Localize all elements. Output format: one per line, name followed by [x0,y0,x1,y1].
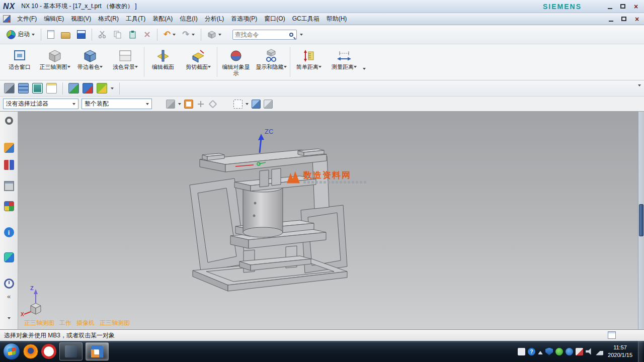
chevron-down-icon[interactable] [246,103,249,107]
chevron-down-icon[interactable] [300,34,303,37]
ribbon-isometric-view[interactable]: 正三轴测图 [37,45,72,78]
selection-filter-dropdown[interactable]: 没有选择过滤器 [3,99,78,109]
collapse-chevron-icon[interactable] [4,293,14,303]
menu-assemblies[interactable]: 装配(A) [149,13,176,25]
volume-icon[interactable] [586,348,593,355]
update-tray-icon[interactable] [576,348,583,355]
antivirus-tray-icon[interactable] [555,348,563,355]
add-snap-button[interactable] [196,100,205,109]
palette-icon[interactable] [4,201,14,211]
security-shield-icon[interactable] [545,348,553,355]
watermark: 数造资料网 [287,171,368,184]
assembly-constraints-button[interactable] [83,83,93,94]
redo-button[interactable]: ↷ [180,29,197,40]
mdi-restore-button[interactable] [619,15,629,23]
menu-edit[interactable]: 编辑(E) [40,13,67,25]
ribbon-light-background[interactable]: 浅色背景 [108,45,143,78]
snap-point-button[interactable] [166,100,175,109]
wireframe-selection-button[interactable] [264,100,273,109]
history-clock-icon[interactable] [4,279,14,289]
point-constructor-button[interactable] [184,100,193,109]
marquee-select-button[interactable] [233,100,243,109]
chevron-down-icon[interactable] [111,87,114,91]
graphics-viewport[interactable]: ZC 数造资料网 Z X [18,112,638,329]
start-menu-button[interactable]: 启动 [4,29,37,41]
web-browser-icon[interactable] [4,252,14,262]
window-pin-icon[interactable] [4,181,14,191]
sidebar-overflow-chevron-icon[interactable] [8,317,11,328]
menu-help[interactable]: 帮助(H) [323,13,351,25]
ribbon-edit-object-display[interactable]: 编辑对象显示 [218,45,254,78]
app-taskbar-button[interactable] [59,342,83,360]
input-method-icon[interactable] [518,348,525,355]
toolbar-overflow-chevron-icon[interactable] [638,84,641,95]
clip-section-icon [191,49,206,63]
menu-format[interactable]: 格式(R) [95,13,122,25]
move-component-button[interactable] [68,83,79,94]
save-button[interactable] [74,29,88,40]
menu-view[interactable]: 视图(V) [67,13,95,25]
menu-window[interactable]: 窗口(O) [261,13,288,25]
help-tray-icon[interactable] [528,348,535,355]
cloud-tray-icon[interactable] [566,348,573,355]
show-desktop-button[interactable] [638,341,643,362]
scrollbar-thumb[interactable] [639,204,643,236]
cut-button[interactable] [96,29,109,40]
roles-icon[interactable] [4,143,14,153]
paste-button[interactable] [126,29,139,40]
mdi-close-button[interactable]: × [632,15,642,23]
find-component-button[interactable] [4,83,15,94]
close-button[interactable]: × [631,3,641,11]
vertical-scrollbar[interactable] [638,112,644,329]
component-list-button[interactable] [32,83,43,94]
start-orb-button[interactable] [3,343,20,360]
save-icon [77,30,86,39]
ribbon-clip-section[interactable]: 剪切截面 [181,45,216,78]
constraint-navigator-icon[interactable] [4,160,14,170]
search-icon[interactable] [289,33,293,37]
ribbon-simple-distance[interactable]: 简单距离 [291,45,327,78]
info-icon[interactable] [4,227,14,237]
open-component-button[interactable] [18,83,29,94]
settings-gear-icon[interactable] [5,117,13,125]
undo-button[interactable]: ↶ [161,29,178,40]
minimize-button[interactable] [605,3,615,11]
ribbon-measure-distance[interactable]: 测量距离 [327,45,362,78]
repeat-command-button[interactable] [205,29,224,40]
menu-gc-toolbox[interactable]: GC工具箱 [289,13,323,25]
ribbon-fit-window[interactable]: 适合窗口 [2,45,37,78]
standard-toolbar: 启动 ↶ ↷ [0,25,644,44]
workspace-icon[interactable] [608,331,616,339]
wave-link-button[interactable] [97,83,107,94]
copy-button[interactable] [111,29,124,40]
menu-preferences[interactable]: 首选项(P) [227,13,261,25]
resource-bar [0,112,18,329]
menu-analysis[interactable]: 分析(L) [201,13,228,25]
new-file-button[interactable] [45,29,57,40]
snap-midpoint-button[interactable] [209,100,217,108]
browser-taskbar-icon[interactable] [41,344,56,359]
ribbon-show-hide[interactable]: 显示和隐藏 [254,45,289,78]
shaded-selection-button[interactable] [252,100,261,109]
open-file-button[interactable] [58,29,73,40]
ribbon-edit-section[interactable]: 编辑截面 [145,45,181,78]
open-folder-icon [61,32,70,39]
search-input[interactable] [233,31,289,38]
chevron-down-icon[interactable] [178,103,181,107]
taskbar-clock[interactable]: 11:57 2020/1/15 [608,344,632,359]
menu-file[interactable]: 文件(F) [14,13,40,25]
selection-scope-dropdown[interactable]: 整个装配 [82,99,152,109]
work-layer-label: 工作 [59,319,71,327]
network-icon[interactable] [596,348,603,355]
menu-information[interactable]: 信息(I) [176,13,201,25]
delete-button[interactable] [141,29,153,40]
ribbon-overflow-chevron-icon[interactable] [363,68,366,78]
nx-taskbar-button[interactable] [86,342,109,360]
mdi-minimize-button[interactable] [606,15,616,23]
maximize-button[interactable] [618,3,628,11]
report-button[interactable] [46,83,57,94]
menu-tools[interactable]: 工具(T) [122,13,149,25]
ribbon-shaded-with-edges[interactable]: 带边着色 [72,45,108,78]
hidden-icons-chevron[interactable] [538,348,543,354]
firefox-taskbar-icon[interactable] [23,344,38,359]
